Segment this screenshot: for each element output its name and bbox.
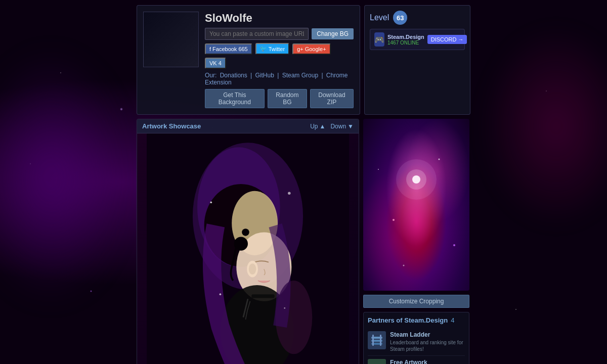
- svg-point-10: [242, 229, 249, 236]
- svg-point-14: [288, 192, 290, 194]
- facebook-button[interactable]: f Facebook 665: [205, 43, 252, 55]
- svg-rect-29: [380, 335, 381, 346]
- free-artwork-name: Free Artwork: [390, 359, 465, 364]
- svg-point-20: [393, 219, 395, 221]
- partners-title: Partners of Steam.Design: [368, 316, 448, 324]
- random-bg-button[interactable]: Random BG: [268, 89, 307, 108]
- avatar: [143, 12, 199, 67]
- change-bg-button[interactable]: Change BG: [312, 28, 354, 39]
- partners-count: 4: [451, 316, 454, 324]
- discord-status: 1467 ONLINE: [387, 40, 424, 46]
- get-bg-button[interactable]: Get This Background: [205, 89, 265, 108]
- svg-point-23: [453, 244, 455, 246]
- level-number: 63: [393, 11, 407, 25]
- svg-point-12: [249, 263, 256, 275]
- discord-widget: 🎮 Steam.Design 1467 ONLINE DISCORD →: [370, 29, 465, 50]
- showcase-up-button[interactable]: Up ▲: [310, 123, 325, 130]
- social-row: f Facebook 665 🐦 Twitter g+ Google+: [205, 43, 354, 69]
- facebook-count: 665: [238, 46, 247, 52]
- discord-text: Steam.Design 1467 ONLINE: [387, 34, 424, 46]
- action-row: Get This Background Random BG Download Z…: [205, 89, 354, 108]
- steam-ladder-desc: Leaderboard and ranking site for Steam p…: [390, 339, 465, 352]
- center-column: SloWolfe Change BG f Facebook 665: [137, 5, 470, 364]
- profile-box: SloWolfe Change BG f Facebook 665: [137, 5, 360, 115]
- up-label: Up: [310, 123, 318, 130]
- partner-item[interactable]: Steam Ladder Leaderboard and ranking sit…: [368, 328, 465, 356]
- top-bar: SloWolfe Change BG f Facebook 665: [137, 5, 470, 115]
- free-artwork-info: Free Artwork A bot that makes free anima…: [390, 359, 465, 364]
- svg-point-22: [378, 169, 379, 170]
- partners-section: Partners of Steam.Design 4: [363, 312, 469, 364]
- free-artwork-icon: FREEARTWORK: [368, 359, 386, 364]
- google-icon: g+: [297, 46, 304, 52]
- github-link[interactable]: GitHub: [255, 72, 274, 79]
- level-row: Level 63: [370, 11, 465, 25]
- discord-join-button[interactable]: DISCORD →: [427, 35, 467, 44]
- vk-button[interactable]: VK 4: [205, 58, 226, 69]
- customize-cropping-button[interactable]: Customize Cropping: [363, 295, 469, 308]
- steam-ladder-icon: [368, 331, 386, 349]
- showcase-nav: Up ▲ Down ▼: [310, 123, 354, 130]
- donations-link[interactable]: Donations: [220, 72, 247, 79]
- svg-point-19: [396, 159, 437, 200]
- svg-point-21: [439, 159, 440, 160]
- down-arrow-icon: ▼: [348, 123, 354, 130]
- svg-point-15: [220, 293, 222, 295]
- artwork-showcase: Artwork Showcase Up ▲ Down ▼: [137, 119, 359, 364]
- twitter-button[interactable]: 🐦 Twitter: [255, 43, 289, 55]
- twitter-icon: 🐦: [260, 46, 267, 52]
- url-row: Change BG: [205, 28, 354, 40]
- vk-count: 4: [219, 60, 222, 66]
- discord-label: DISCORD: [431, 36, 457, 42]
- svg-point-24: [403, 265, 405, 266]
- svg-rect-28: [372, 335, 374, 346]
- vk-icon: VK: [209, 60, 217, 66]
- url-input[interactable]: [205, 28, 309, 40]
- discord-arrow-icon: →: [458, 36, 463, 42]
- down-label: Down: [330, 123, 346, 130]
- bg-preview: [363, 119, 469, 291]
- right-sidebar: Customize Cropping Partners of Steam.Des…: [363, 119, 469, 364]
- steam-group-link[interactable]: Steam Group: [282, 72, 318, 79]
- facebook-label: Facebook: [212, 46, 237, 52]
- level-discord-box: Level 63 🎮 Steam.Design 1467 ONLINE DISC…: [364, 5, 470, 115]
- showcase-header: Artwork Showcase Up ▲ Down ▼: [137, 119, 359, 133]
- discord-logo: 🎮: [374, 32, 384, 47]
- username: SloWolfe: [205, 12, 354, 25]
- showcase-image: [137, 133, 359, 364]
- partners-header: Partners of Steam.Design 4: [368, 316, 465, 324]
- steam-ladder-info: Steam Ladder Leaderboard and ranking sit…: [390, 331, 465, 352]
- links-row: Our: Donations | GitHub | Steam Group | …: [205, 72, 354, 86]
- content-row: Artwork Showcase Up ▲ Down ▼: [137, 119, 470, 364]
- page-layout: SloWolfe Change BG f Facebook 665: [0, 0, 607, 364]
- level-label: Level: [370, 13, 389, 22]
- google-label: Google+: [305, 46, 326, 52]
- up-arrow-icon: ▲: [320, 123, 326, 130]
- download-zip-button[interactable]: Download ZIP: [310, 89, 354, 108]
- google-button[interactable]: g+ Google+: [292, 43, 330, 55]
- profile-info: SloWolfe Change BG f Facebook 665: [205, 12, 354, 108]
- showcase-down-button[interactable]: Down ▼: [330, 123, 354, 130]
- discord-server-name: Steam.Design: [387, 34, 424, 40]
- facebook-icon: f: [209, 46, 211, 52]
- steam-ladder-name: Steam Ladder: [390, 331, 465, 338]
- svg-point-13: [210, 202, 212, 204]
- twitter-label: Twitter: [269, 46, 285, 52]
- partner-item[interactable]: FREEARTWORK Free Artwork A bot that make…: [368, 356, 465, 364]
- showcase-title: Artwork Showcase: [142, 122, 201, 130]
- svg-point-16: [284, 307, 285, 309]
